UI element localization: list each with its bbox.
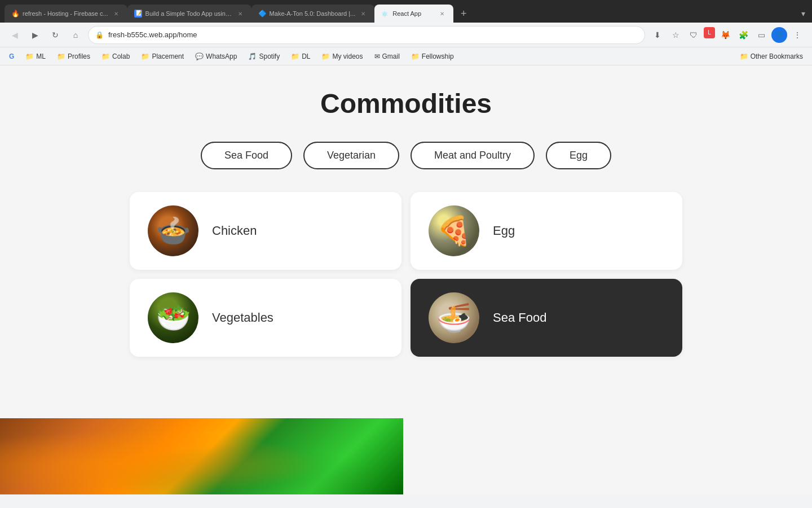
category-pills: Sea Food Vegetarian Meat and Poultry Egg xyxy=(201,142,611,169)
card-vegetables[interactable]: Vegetables xyxy=(130,279,401,357)
tab-1-favicon: 🔥 xyxy=(11,10,19,17)
bottom-image-overlay xyxy=(0,418,403,494)
extension-3[interactable]: 🧩 xyxy=(735,27,751,43)
cards-grid: Chicken Egg Vegetables Sea Food xyxy=(130,192,682,357)
bookmark-button[interactable]: ☆ xyxy=(668,27,683,43)
page-title: Commodities xyxy=(320,88,492,119)
bookmarks-bar: G 📁 ML 📁 Profiles 📁 Colab 📁 Placement 💬 … xyxy=(0,47,812,65)
page-content: Commodities Sea Food Vegetarian Meat and… xyxy=(0,65,812,494)
bookmark-fellowship-label: Fellowship xyxy=(422,52,454,60)
tab-4-title: React App xyxy=(392,10,434,17)
card-seafood[interactable]: Sea Food xyxy=(411,279,682,357)
bookmark-colab-icon: 📁 xyxy=(102,52,110,60)
tab-2[interactable]: 📝 Build a Simple Todo App using... ✕ xyxy=(127,5,251,23)
card-chicken-label: Chicken xyxy=(212,224,257,238)
card-vegetables-label: Vegetables xyxy=(212,310,273,325)
reload-button[interactable]: ↻ xyxy=(47,27,63,43)
bookmark-colab[interactable]: 📁 Colab xyxy=(97,51,134,62)
tab-3-favicon: 🔷 xyxy=(258,10,266,17)
bookmark-placement[interactable]: 📁 Placement xyxy=(136,51,188,62)
lock-icon: 🔒 xyxy=(95,31,104,39)
category-seafood[interactable]: Sea Food xyxy=(201,142,292,169)
bookmark-dl[interactable]: 📁 DL xyxy=(286,51,315,62)
bottom-decorative-image xyxy=(0,418,403,494)
extension-1[interactable]: L xyxy=(704,27,715,38)
bookmark-dl-icon: 📁 xyxy=(291,52,299,60)
tab-4-favicon: ⚛ xyxy=(381,10,389,17)
bookmark-myvideos-icon: 📁 xyxy=(321,52,330,60)
forward-button[interactable]: ▶ xyxy=(27,27,43,43)
commodities-section: Commodities Sea Food Vegetarian Meat and… xyxy=(0,65,812,368)
other-bookmarks[interactable]: 📁 Other Bookmarks xyxy=(735,51,807,62)
tab-1-close[interactable]: ✕ xyxy=(112,9,121,18)
card-egg-image xyxy=(429,205,479,256)
download-button[interactable]: ⬇ xyxy=(650,27,665,43)
shield-icon[interactable]: 🛡 xyxy=(686,27,701,43)
new-tab-button[interactable]: + xyxy=(456,6,471,21)
bookmark-placement-icon: 📁 xyxy=(141,52,149,60)
bookmark-dl-label: DL xyxy=(302,52,310,60)
card-chicken-image xyxy=(148,205,198,256)
bookmark-myvideos-label: My videos xyxy=(332,52,363,60)
bookmark-gmail-icon: ✉ xyxy=(374,52,380,60)
tab-2-close[interactable]: ✕ xyxy=(236,9,245,18)
bookmark-ml-icon: 📁 xyxy=(25,52,34,60)
home-button[interactable]: ⌂ xyxy=(68,27,83,43)
other-bookmarks-label: Other Bookmarks xyxy=(751,52,803,60)
card-egg-label: Egg xyxy=(493,224,515,238)
category-vegetarian[interactable]: Vegetarian xyxy=(303,142,399,169)
tab-3[interactable]: 🔷 Make-A-Ton 5.0: Dashboard |... ✕ xyxy=(251,5,375,23)
bookmark-fellowship[interactable]: 📁 Fellowship xyxy=(407,51,458,62)
bookmark-fellowship-icon: 📁 xyxy=(411,52,420,60)
extension-2[interactable]: 🦊 xyxy=(717,27,733,43)
sidebar-button[interactable]: ▭ xyxy=(753,27,769,43)
bookmark-spotify-icon: 🎵 xyxy=(248,52,257,60)
menu-button[interactable]: ⋮ xyxy=(789,27,805,43)
bookmark-profiles[interactable]: 📁 Profiles xyxy=(52,51,95,62)
bookmark-ml[interactable]: 📁 ML xyxy=(21,51,50,62)
nav-actions: ⬇ ☆ 🛡 L 🦊 🧩 ▭ 👤 ⋮ xyxy=(650,27,805,43)
tab-3-title: Make-A-Ton 5.0: Dashboard |... xyxy=(270,10,356,17)
address-text: fresh-b555c.web.app/home xyxy=(108,30,638,39)
tab-2-favicon: 📝 xyxy=(134,10,142,17)
bookmark-whatsapp-label: WhatsApp xyxy=(206,52,237,60)
bookmark-ml-label: ML xyxy=(36,52,46,60)
card-seafood-image xyxy=(429,292,479,343)
bookmark-myvideos[interactable]: 📁 My videos xyxy=(317,51,367,62)
profile-button[interactable]: 👤 xyxy=(771,27,787,43)
tab-4[interactable]: ⚛ React App ✕ xyxy=(374,5,453,23)
bookmark-profiles-label: Profiles xyxy=(68,52,90,60)
card-seafood-label: Sea Food xyxy=(493,310,546,325)
category-meat[interactable]: Meat and Poultry xyxy=(411,142,535,169)
tab-bar: 🔥 refresh - Hosting - Firebase c... ✕ 📝 … xyxy=(0,0,812,23)
card-vegetables-image xyxy=(148,292,198,343)
bookmark-gmail-label: Gmail xyxy=(382,52,400,60)
bookmark-whatsapp-icon: 💬 xyxy=(195,52,204,60)
bookmark-g[interactable]: G xyxy=(5,51,19,62)
bookmark-g-favicon: G xyxy=(9,52,14,60)
card-chicken[interactable]: Chicken xyxy=(130,192,401,270)
back-button[interactable]: ◀ xyxy=(7,27,23,43)
card-egg[interactable]: Egg xyxy=(411,192,682,270)
bookmark-whatsapp[interactable]: 💬 WhatsApp xyxy=(191,51,241,62)
bookmark-placement-label: Placement xyxy=(152,52,184,60)
bookmark-gmail[interactable]: ✉ Gmail xyxy=(370,51,404,62)
other-bookmarks-icon: 📁 xyxy=(740,52,748,60)
tab-overflow-button[interactable]: ▾ xyxy=(799,7,807,20)
category-egg[interactable]: Egg xyxy=(546,142,611,169)
tab-1-title: refresh - Hosting - Firebase c... xyxy=(23,10,108,17)
tab-3-close[interactable]: ✕ xyxy=(359,9,368,18)
tab-1[interactable]: 🔥 refresh - Hosting - Firebase c... ✕ xyxy=(5,5,127,23)
bookmark-spotify-label: Spotify xyxy=(259,52,280,60)
bookmark-colab-label: Colab xyxy=(112,52,130,60)
nav-bar: ◀ ▶ ↻ ⌂ 🔒 fresh-b555c.web.app/home ⬇ ☆ 🛡… xyxy=(0,23,812,47)
tab-2-title: Build a Simple Todo App using... xyxy=(145,10,232,17)
bookmark-spotify[interactable]: 🎵 Spotify xyxy=(244,51,284,62)
address-bar[interactable]: 🔒 fresh-b555c.web.app/home xyxy=(88,26,645,44)
tab-4-close[interactable]: ✕ xyxy=(438,9,447,18)
bookmark-profiles-icon: 📁 xyxy=(57,52,65,60)
browser-chrome: 🔥 refresh - Hosting - Firebase c... ✕ 📝 … xyxy=(0,0,812,65)
